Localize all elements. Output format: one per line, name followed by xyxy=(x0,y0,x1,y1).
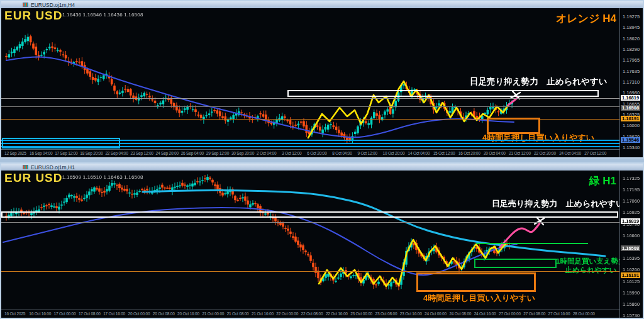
chart-window-h1[interactable]: EURUSD.oj1m,H1 EUR USD 1.16509 1.16510 1… xyxy=(0,162,644,319)
resistance-zone-rect xyxy=(1,211,618,218)
time-axis-label: 16 Sep 04:00 xyxy=(30,151,52,155)
time-axis-label: 16 Oct 16:00 xyxy=(29,311,51,316)
time-axis-label: 17 Sep 12:00 xyxy=(55,151,77,155)
price-tick: 1.16260 xyxy=(623,267,640,272)
price-tag-current: 1.16508 xyxy=(621,245,640,251)
annotation-h1-support-2: 止められやすい xyxy=(564,266,618,275)
time-axis-label: 20 Oct 04:00 xyxy=(484,151,506,155)
time-axis-label: 12 Sep 2025 xyxy=(4,151,26,155)
window-titlebar-h4[interactable]: EURUSD.oj1m,H4 xyxy=(1,1,643,8)
resistance-zone-rect xyxy=(287,90,599,97)
price-tick: 1.15340 xyxy=(623,145,640,150)
annotation-h4-buy-zone: 4時間足押し目買い入りやすい xyxy=(482,132,594,143)
time-axis-label: 17 Oct 16:00 xyxy=(103,311,125,316)
price-tick: 1.17635 xyxy=(623,69,640,74)
time-axis-label: 16 Oct 20:00 xyxy=(458,151,480,155)
time-axis-h1[interactable]: 16 Oct 202516 Oct 16:0017 Oct 00:0017 Oc… xyxy=(1,310,619,318)
price-tick: 1.18945 xyxy=(623,25,640,30)
time-axis-label: 21 Oct 08:00 xyxy=(227,311,249,316)
annotation-h4-buy-zone: 4時間足押し目買い入りやすい xyxy=(416,293,542,304)
time-axis-label: 8 Oct 04:00 xyxy=(332,151,352,155)
price-tag-orange: 1.16191 xyxy=(621,272,640,278)
price-tick: 1.17195 xyxy=(623,187,640,193)
time-axis-label: 24 Sep 20:00 xyxy=(156,151,179,155)
price-tag-white: 1.16819 xyxy=(621,218,640,224)
price-tick: 1.18620 xyxy=(623,36,640,42)
time-axis-label: 3 Oct 12:00 xyxy=(282,151,301,155)
price-tag-white: 1.16819 xyxy=(621,95,640,101)
price-scale-h1[interactable]: 1.173251.171951.170601.169251.167901.166… xyxy=(619,171,643,318)
time-axis-label: 10 Oct 20:00 xyxy=(383,151,405,155)
chart-area-h4[interactable]: EUR USD 1.16436 1.16546 1.16436 1.16508 … xyxy=(1,8,643,149)
annotation-daily-resistance: 日足売り抑え勢力 止められやすい xyxy=(470,76,605,87)
time-axis-label: 20 Oct 16:00 xyxy=(177,311,199,316)
time-axis-label: 22 Oct 00:00 xyxy=(276,311,298,316)
price-tick: 1.15990 xyxy=(623,290,640,296)
window-title: EURUSD.oj1m,H1 xyxy=(31,164,75,171)
price-tick: 1.19275 xyxy=(623,14,640,20)
price-tick: 1.16660 xyxy=(623,233,640,238)
level-line-16550 xyxy=(1,106,619,107)
time-axis-label: 23 Oct 00:00 xyxy=(350,311,372,316)
time-axis-label: 16 Oct 2025 xyxy=(4,311,25,316)
time-axis-h4[interactable]: 12 Sep 202516 Sep 04:0017 Sep 12:0018 Se… xyxy=(1,149,619,157)
price-scale-h4[interactable]: 1.192751.189451.186201.182901.179651.176… xyxy=(619,8,643,157)
h1-support-rect-green xyxy=(474,259,557,268)
time-axis-label: 22 Oct 08:00 xyxy=(301,311,323,316)
h1-support-line-green xyxy=(476,243,588,244)
time-axis-label: 21 Oct 12:00 xyxy=(509,151,531,155)
level-line-16819 xyxy=(1,222,619,223)
price-tick: 1.18290 xyxy=(623,47,640,52)
price-tag-current: 1.16508 xyxy=(621,105,640,111)
time-axis-label: 23 Oct 16:00 xyxy=(400,311,422,316)
time-axis-label: 27 Oct 12:00 xyxy=(584,151,606,155)
time-axis-label: 22 Oct 20:00 xyxy=(534,151,556,155)
time-axis-label: 21 Oct 00:00 xyxy=(202,311,224,316)
price-tick: 1.17060 xyxy=(623,198,640,204)
time-axis-label: 27 Oct 00:00 xyxy=(499,311,521,316)
chart-window-icon xyxy=(23,3,28,7)
window-titlebar-h1[interactable]: EURUSD.oj1m,H1 xyxy=(1,164,643,171)
chart-window-h4[interactable]: EURUSD.oj1m,H4 EUR USD 1.16436 1.16546 1… xyxy=(0,0,644,159)
price-tag-blue: 1.15546 xyxy=(621,137,640,143)
time-axis-label: 28 Oct 00:00 xyxy=(573,311,595,316)
symbol-label: EUR USD xyxy=(4,9,63,23)
price-tick: 1.16125 xyxy=(623,279,640,284)
time-axis-label: 23 Oct 08:00 xyxy=(375,311,397,316)
chart-window-icon xyxy=(23,165,28,169)
ohlc-readout: 1.16436 1.16546 1.16436 1.16508 xyxy=(62,12,143,18)
time-axis-label: 27 Oct 16:00 xyxy=(548,311,570,316)
price-tick: 1.17325 xyxy=(623,176,640,181)
time-axis-label: 6 Oct 20:00 xyxy=(307,151,326,155)
time-axis-label: 20 Oct 08:00 xyxy=(153,311,175,316)
chart-area-h1[interactable]: EUR USD 1.16509 1.16510 1.16463 1.16508 … xyxy=(1,171,643,310)
time-axis-label: 29 Sep 12:00 xyxy=(206,151,229,155)
level-line-orange-16191 xyxy=(1,271,619,272)
price-tick: 1.15730 xyxy=(623,313,640,318)
level-line-16819 xyxy=(1,98,619,99)
time-axis-label: 2 Oct 04:00 xyxy=(257,151,276,155)
time-axis-label: 23 Sep 12:00 xyxy=(131,151,153,155)
time-axis-label: 17 Oct 00:00 xyxy=(54,311,76,316)
price-tick: 1.16395 xyxy=(623,255,640,261)
time-axis-label: 24 Oct 04:00 xyxy=(559,151,581,155)
time-axis-label: 14 Oct 04:00 xyxy=(408,151,430,155)
time-axis-label: 30 Sep 20:00 xyxy=(231,151,254,155)
price-tick: 1.16925 xyxy=(623,210,640,215)
annotation-daily-resistance: 日足売り抑え勢力 止められやすい xyxy=(492,198,614,210)
symbol-label: EUR USD xyxy=(4,171,63,185)
annotation-h1-support: 1時間足買い支え勢力 xyxy=(556,257,620,266)
time-axis-label: 27 Oct 08:00 xyxy=(523,311,545,316)
price-tick: 1.15860 xyxy=(623,301,640,307)
price-tick: 1.16000 xyxy=(623,123,640,128)
time-axis-label: 26 Sep 04:00 xyxy=(181,151,204,155)
price-tick: 1.17310 xyxy=(623,79,640,85)
time-axis-label: 18 Sep 20:00 xyxy=(80,151,103,155)
time-axis-label: 24 Oct 08:00 xyxy=(449,311,471,316)
price-tick: 1.17965 xyxy=(623,57,640,63)
time-axis-label: 17 Oct 08:00 xyxy=(79,311,101,316)
time-axis-label: 22 Sep 04:00 xyxy=(105,151,128,155)
window-title: EURUSD.oj1m,H4 xyxy=(31,2,75,8)
price-tag-orange: 1.16191 xyxy=(621,116,640,121)
ohlc-readout: 1.16509 1.16510 1.16463 1.16508 xyxy=(62,174,143,180)
